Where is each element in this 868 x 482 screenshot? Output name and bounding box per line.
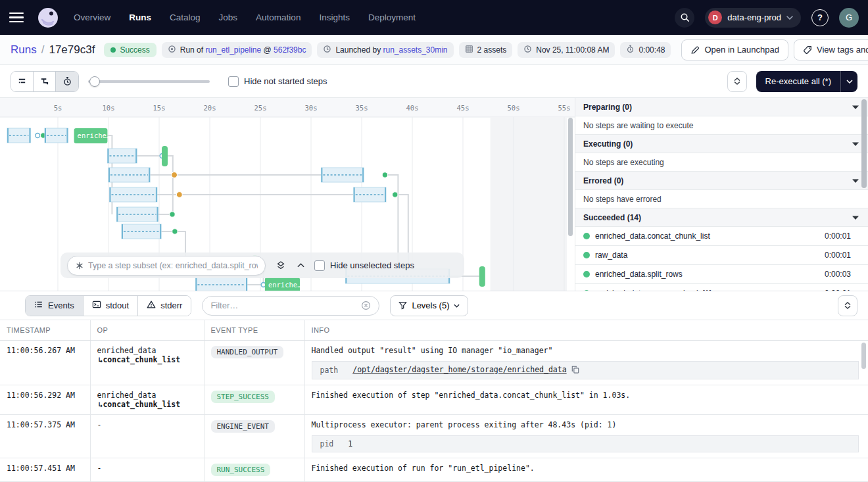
steps-section-header[interactable]: Executing (0) bbox=[575, 135, 868, 153]
gantt-axis-tick: 5s bbox=[54, 104, 62, 112]
nav-item-insights[interactable]: Insights bbox=[319, 12, 350, 22]
gantt-scrollbar[interactable] bbox=[568, 118, 573, 289]
run-tag[interactable]: Nov 25, 11:00:08 AM bbox=[518, 42, 615, 58]
gantt-step-span[interactable] bbox=[45, 128, 68, 143]
view-waterfall-button[interactable] bbox=[34, 72, 56, 91]
gantt-step-span[interactable] bbox=[7, 128, 30, 143]
gantt-step-span[interactable] bbox=[195, 277, 247, 291]
gantt-step-span[interactable] bbox=[108, 168, 150, 182]
events-scrollbar[interactable] bbox=[861, 343, 866, 474]
event-type: HANDLED_OUTPUT bbox=[204, 340, 304, 385]
events-tabs: Eventsstdoutstderr bbox=[25, 295, 191, 316]
hide-unselected-checkbox[interactable]: Hide unselected steps bbox=[314, 260, 414, 271]
tab-stderr[interactable]: stderr bbox=[138, 296, 191, 316]
gantt-step-span[interactable] bbox=[110, 187, 157, 202]
gantt-step-span[interactable] bbox=[321, 168, 364, 182]
workspace-switcher[interactable]: D data-eng-prod bbox=[705, 8, 801, 28]
gantt-success-dot[interactable] bbox=[382, 172, 387, 178]
chevron-down-icon bbox=[844, 306, 851, 309]
tab-events[interactable]: Events bbox=[26, 296, 84, 316]
tab-stdout[interactable]: stdout bbox=[84, 296, 138, 316]
step-list-item[interactable]: raw_data0:00:01 bbox=[575, 246, 868, 265]
user-avatar[interactable]: G bbox=[839, 8, 859, 28]
step-list-item[interactable]: enriched_data.split_rows0:00:03 bbox=[575, 265, 868, 284]
event-message: Finished execution of step "enriched_dat… bbox=[312, 391, 862, 400]
checkbox-icon[interactable] bbox=[228, 76, 239, 87]
run-tag[interactable]: Run of run_etl_pipeline @ 562f39bc bbox=[162, 42, 312, 58]
menu-icon[interactable] bbox=[9, 8, 29, 28]
open-in-launchpad-button[interactable]: Open in Launchpad bbox=[681, 39, 788, 60]
event-row[interactable]: 11:00:56.267 AMenriched_data↳concat_chun… bbox=[0, 340, 868, 385]
list-icon bbox=[34, 300, 43, 311]
steps-section-header[interactable]: Errored (0) bbox=[575, 172, 868, 190]
tag-link[interactable]: 562f39bc bbox=[274, 45, 306, 55]
tag-link[interactable]: run_assets_30min bbox=[383, 45, 447, 55]
gantt-step-span[interactable] bbox=[108, 149, 137, 163]
expand-events-panel-button[interactable] bbox=[838, 295, 857, 316]
run-id: 17e79c3f bbox=[49, 43, 95, 57]
run-tag[interactable]: 0:00:48 bbox=[620, 42, 671, 58]
nav-item-deployment[interactable]: Deployment bbox=[368, 12, 416, 22]
reexecute-options-button[interactable] bbox=[840, 71, 857, 92]
checkbox-icon[interactable] bbox=[314, 260, 325, 271]
storage-path-link[interactable]: /opt/dagster/dagster_home/storage/enrich… bbox=[352, 365, 566, 374]
view-flat-button[interactable] bbox=[11, 72, 34, 91]
gantt-scrollbar-thumb[interactable] bbox=[568, 118, 573, 236]
gantt-step-span[interactable] bbox=[122, 224, 161, 239]
zoom-slider[interactable] bbox=[88, 76, 210, 87]
gantt-step-bar[interactable]: enriche… bbox=[265, 277, 302, 291]
run-tag[interactable]: Launched by run_assets_30min bbox=[317, 42, 453, 58]
reexecute-all-button[interactable]: Re-execute all (*) bbox=[756, 71, 840, 92]
gantt-success-dot[interactable] bbox=[170, 212, 175, 217]
hide-not-started-checkbox[interactable]: Hide not started steps bbox=[228, 76, 327, 87]
gantt-step-bar[interactable] bbox=[162, 146, 168, 166]
nav-item-overview[interactable]: Overview bbox=[74, 12, 110, 22]
gantt-output-dot[interactable] bbox=[172, 172, 178, 178]
gantt-success-dot[interactable] bbox=[393, 192, 398, 197]
steps-panel-scrollbar-thumb[interactable] bbox=[861, 99, 867, 188]
events-column-header: OP bbox=[90, 320, 204, 340]
levels-filter-button[interactable]: Levels (5) bbox=[390, 295, 468, 316]
zoom-slider-track[interactable] bbox=[88, 80, 210, 83]
event-row[interactable]: 11:00:57.375 AM-ENGINE_EVENTMultiprocess… bbox=[0, 414, 868, 458]
breadcrumb-runs-link[interactable]: Runs bbox=[11, 43, 37, 57]
chevron-down-icon bbox=[852, 216, 859, 220]
nav-item-automation[interactable]: Automation bbox=[256, 12, 301, 22]
run-tag[interactable]: 2 assets bbox=[459, 42, 513, 58]
gantt-step-bar[interactable]: enriche… bbox=[74, 128, 111, 143]
expand-collapse-panel-button[interactable] bbox=[727, 71, 747, 92]
zoom-slider-handle[interactable] bbox=[89, 76, 100, 87]
gantt-success-dot[interactable] bbox=[172, 229, 178, 234]
help-icon[interactable]: ? bbox=[811, 9, 829, 26]
steps-section-header[interactable]: Succeeded (14) bbox=[575, 208, 868, 227]
tag-link[interactable]: run_etl_pipeline bbox=[205, 45, 261, 55]
gantt-pane: 5s10s15s20s25s30s35s40s45s50s55senriche…… bbox=[0, 98, 575, 291]
gantt-step-span[interactable] bbox=[116, 207, 158, 222]
view-timed-button[interactable] bbox=[56, 72, 78, 91]
gantt-output-dot[interactable] bbox=[176, 192, 182, 198]
step-list-item[interactable]: enriched_data.process_chunk [1]0:00:01 bbox=[575, 284, 868, 291]
events-scrollbar-thumb[interactable] bbox=[861, 343, 866, 369]
step-list-item[interactable]: enriched_data.concat_chunk_list0:00:01 bbox=[575, 227, 868, 246]
nav-item-runs[interactable]: Runs bbox=[129, 12, 151, 22]
steps-section-header[interactable]: Preparing (0) bbox=[575, 98, 868, 116]
waterfall-view-icon bbox=[39, 76, 49, 86]
steps-section-empty-text: No steps have errored bbox=[575, 190, 868, 208]
step-subset-input[interactable] bbox=[88, 261, 258, 270]
search-icon[interactable] bbox=[675, 8, 694, 28]
gantt-step-bar[interactable] bbox=[479, 266, 485, 287]
chevron-up-icon[interactable] bbox=[296, 262, 306, 269]
clear-filter-icon[interactable] bbox=[361, 301, 371, 310]
status-dot-icon bbox=[110, 47, 116, 53]
events-filter-input[interactable] bbox=[210, 301, 356, 310]
breadcrumb-separator: / bbox=[41, 43, 45, 57]
event-row[interactable]: 11:00:56.292 AMenriched_data↳concat_chun… bbox=[0, 385, 868, 414]
gantt-step-span[interactable] bbox=[354, 187, 386, 202]
nav-item-catalog[interactable]: Catalog bbox=[170, 12, 201, 22]
layers-icon[interactable] bbox=[274, 259, 287, 272]
steps-panel-scrollbar[interactable] bbox=[861, 99, 867, 289]
event-row[interactable]: 11:00:57.451 AM-RUN_SUCCESSFinished exec… bbox=[0, 458, 868, 481]
copy-icon[interactable] bbox=[571, 366, 579, 375]
view-tags-config-button[interactable]: View tags and config bbox=[794, 39, 868, 60]
nav-item-jobs[interactable]: Jobs bbox=[219, 12, 238, 22]
